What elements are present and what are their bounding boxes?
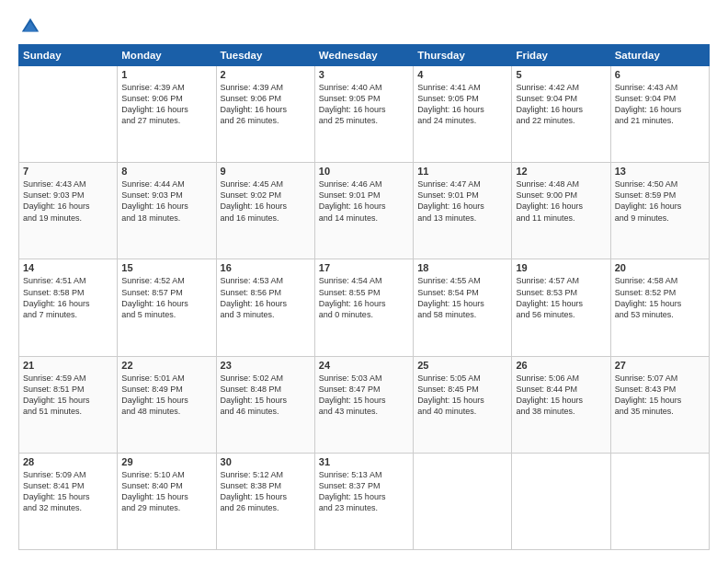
day-number: 31 [319, 456, 409, 467]
day-number: 18 [417, 262, 507, 273]
calendar-cell: 23Sunrise: 5:02 AM Sunset: 8:48 PM Dayli… [216, 356, 314, 453]
day-info: Sunrise: 4:52 AM Sunset: 8:57 PM Dayligh… [121, 275, 211, 320]
calendar-cell: 21Sunrise: 4:59 AM Sunset: 8:51 PM Dayli… [19, 356, 118, 453]
weekday-header-sunday: Sunday [19, 45, 118, 66]
calendar-cell: 26Sunrise: 5:06 AM Sunset: 8:44 PM Dayli… [512, 356, 610, 453]
calendar-cell: 12Sunrise: 4:48 AM Sunset: 9:00 PM Dayli… [512, 163, 610, 259]
day-info: Sunrise: 4:58 AM Sunset: 8:52 PM Dayligh… [615, 275, 705, 320]
day-number: 29 [121, 456, 211, 467]
weekday-header-thursday: Thursday [414, 45, 512, 66]
day-info: Sunrise: 5:12 AM Sunset: 8:38 PM Dayligh… [221, 469, 311, 514]
page: SundayMondayTuesdayWednesdayThursdayFrid… [0, 0, 728, 563]
day-number: 26 [516, 360, 606, 371]
day-info: Sunrise: 4:46 AM Sunset: 9:01 PM Dayligh… [319, 178, 409, 224]
day-info: Sunrise: 5:01 AM Sunset: 8:49 PM Dayligh… [121, 373, 211, 418]
calendar-cell: 16Sunrise: 4:53 AM Sunset: 8:56 PM Dayli… [216, 259, 314, 356]
day-number: 20 [615, 262, 705, 273]
day-info: Sunrise: 4:39 AM Sunset: 9:06 PM Dayligh… [221, 82, 311, 127]
day-number: 12 [516, 166, 606, 177]
day-number: 11 [417, 166, 507, 177]
calendar-cell: 22Sunrise: 5:01 AM Sunset: 8:49 PM Dayli… [118, 356, 216, 453]
calendar-cell: 9Sunrise: 4:45 AM Sunset: 9:02 PM Daylig… [216, 163, 314, 259]
day-number: 19 [516, 262, 606, 273]
calendar-cell: 18Sunrise: 4:55 AM Sunset: 8:54 PM Dayli… [414, 259, 512, 356]
day-number: 6 [615, 69, 705, 80]
calendar-cell: 28Sunrise: 5:09 AM Sunset: 8:41 PM Dayli… [19, 453, 118, 549]
day-info: Sunrise: 4:53 AM Sunset: 8:56 PM Dayligh… [221, 275, 311, 320]
day-number: 3 [319, 69, 409, 80]
day-info: Sunrise: 4:45 AM Sunset: 9:02 PM Dayligh… [221, 178, 311, 224]
day-info: Sunrise: 4:39 AM Sunset: 9:06 PM Dayligh… [121, 82, 211, 127]
calendar-week-1: 1Sunrise: 4:39 AM Sunset: 9:06 PM Daylig… [19, 66, 710, 163]
day-info: Sunrise: 4:44 AM Sunset: 9:03 PM Dayligh… [121, 178, 211, 224]
day-number: 15 [121, 262, 211, 273]
calendar-cell: 1Sunrise: 4:39 AM Sunset: 9:06 PM Daylig… [118, 66, 216, 163]
day-number: 2 [221, 69, 311, 80]
day-number: 28 [23, 456, 113, 467]
calendar-cell: 10Sunrise: 4:46 AM Sunset: 9:01 PM Dayli… [314, 163, 413, 259]
calendar-week-2: 7Sunrise: 4:43 AM Sunset: 9:03 PM Daylig… [19, 163, 710, 259]
weekday-header-tuesday: Tuesday [216, 45, 314, 66]
day-number: 14 [23, 262, 113, 273]
calendar-cell: 13Sunrise: 4:50 AM Sunset: 8:59 PM Dayli… [610, 163, 709, 259]
calendar-table: SundayMondayTuesdayWednesdayThursdayFrid… [18, 44, 710, 550]
day-info: Sunrise: 4:42 AM Sunset: 9:04 PM Dayligh… [516, 82, 606, 127]
calendar-cell: 27Sunrise: 5:07 AM Sunset: 8:43 PM Dayli… [610, 356, 709, 453]
day-number: 23 [221, 360, 311, 371]
calendar-cell: 2Sunrise: 4:39 AM Sunset: 9:06 PM Daylig… [216, 66, 314, 163]
day-number: 22 [121, 360, 211, 371]
day-info: Sunrise: 4:43 AM Sunset: 9:03 PM Dayligh… [23, 178, 113, 224]
weekday-header-friday: Friday [512, 45, 610, 66]
day-number: 16 [221, 262, 311, 273]
calendar-cell: 31Sunrise: 5:13 AM Sunset: 8:37 PM Dayli… [314, 453, 413, 549]
day-info: Sunrise: 4:51 AM Sunset: 8:58 PM Dayligh… [23, 275, 113, 320]
day-info: Sunrise: 4:43 AM Sunset: 9:04 PM Dayligh… [615, 82, 705, 127]
calendar-cell: 5Sunrise: 4:42 AM Sunset: 9:04 PM Daylig… [512, 66, 610, 163]
calendar-cell [512, 453, 610, 549]
calendar-cell: 17Sunrise: 4:54 AM Sunset: 8:55 PM Dayli… [314, 259, 413, 356]
calendar-cell [19, 66, 118, 163]
day-info: Sunrise: 4:48 AM Sunset: 9:00 PM Dayligh… [516, 178, 606, 224]
logo [18, 17, 40, 37]
weekday-header-saturday: Saturday [610, 45, 709, 66]
day-number: 7 [23, 166, 113, 177]
day-number: 5 [516, 69, 606, 80]
header [18, 17, 710, 37]
calendar-cell: 4Sunrise: 4:41 AM Sunset: 9:05 PM Daylig… [414, 66, 512, 163]
calendar-week-3: 14Sunrise: 4:51 AM Sunset: 8:58 PM Dayli… [19, 259, 710, 356]
day-number: 30 [221, 456, 311, 467]
calendar-cell: 14Sunrise: 4:51 AM Sunset: 8:58 PM Dayli… [19, 259, 118, 356]
day-info: Sunrise: 5:13 AM Sunset: 8:37 PM Dayligh… [319, 469, 409, 514]
calendar-cell [610, 453, 709, 549]
day-info: Sunrise: 5:07 AM Sunset: 8:43 PM Dayligh… [615, 373, 705, 418]
calendar-cell: 3Sunrise: 4:40 AM Sunset: 9:05 PM Daylig… [314, 66, 413, 163]
calendar-cell: 19Sunrise: 4:57 AM Sunset: 8:53 PM Dayli… [512, 259, 610, 356]
weekday-header-row: SundayMondayTuesdayWednesdayThursdayFrid… [19, 45, 710, 66]
day-info: Sunrise: 5:05 AM Sunset: 8:45 PM Dayligh… [417, 373, 507, 418]
day-number: 25 [417, 360, 507, 371]
calendar-cell: 7Sunrise: 4:43 AM Sunset: 9:03 PM Daylig… [19, 163, 118, 259]
day-number: 1 [121, 69, 211, 80]
calendar-cell: 30Sunrise: 5:12 AM Sunset: 8:38 PM Dayli… [216, 453, 314, 549]
day-number: 8 [121, 166, 211, 177]
logo-icon [20, 17, 40, 37]
calendar-cell: 25Sunrise: 5:05 AM Sunset: 8:45 PM Dayli… [414, 356, 512, 453]
day-info: Sunrise: 5:06 AM Sunset: 8:44 PM Dayligh… [516, 373, 606, 418]
calendar-cell: 6Sunrise: 4:43 AM Sunset: 9:04 PM Daylig… [610, 66, 709, 163]
day-number: 13 [615, 166, 705, 177]
weekday-header-monday: Monday [118, 45, 216, 66]
day-number: 24 [319, 360, 409, 371]
day-info: Sunrise: 4:54 AM Sunset: 8:55 PM Dayligh… [319, 275, 409, 320]
day-info: Sunrise: 4:57 AM Sunset: 8:53 PM Dayligh… [516, 275, 606, 320]
day-number: 17 [319, 262, 409, 273]
day-info: Sunrise: 5:03 AM Sunset: 8:47 PM Dayligh… [319, 373, 409, 418]
day-number: 21 [23, 360, 113, 371]
calendar-cell: 8Sunrise: 4:44 AM Sunset: 9:03 PM Daylig… [118, 163, 216, 259]
day-info: Sunrise: 5:02 AM Sunset: 8:48 PM Dayligh… [221, 373, 311, 418]
calendar-cell: 11Sunrise: 4:47 AM Sunset: 9:01 PM Dayli… [414, 163, 512, 259]
day-info: Sunrise: 4:47 AM Sunset: 9:01 PM Dayligh… [417, 178, 507, 224]
day-info: Sunrise: 4:59 AM Sunset: 8:51 PM Dayligh… [23, 373, 113, 418]
day-info: Sunrise: 4:50 AM Sunset: 8:59 PM Dayligh… [615, 178, 705, 224]
day-info: Sunrise: 4:40 AM Sunset: 9:05 PM Dayligh… [319, 82, 409, 127]
day-number: 9 [221, 166, 311, 177]
